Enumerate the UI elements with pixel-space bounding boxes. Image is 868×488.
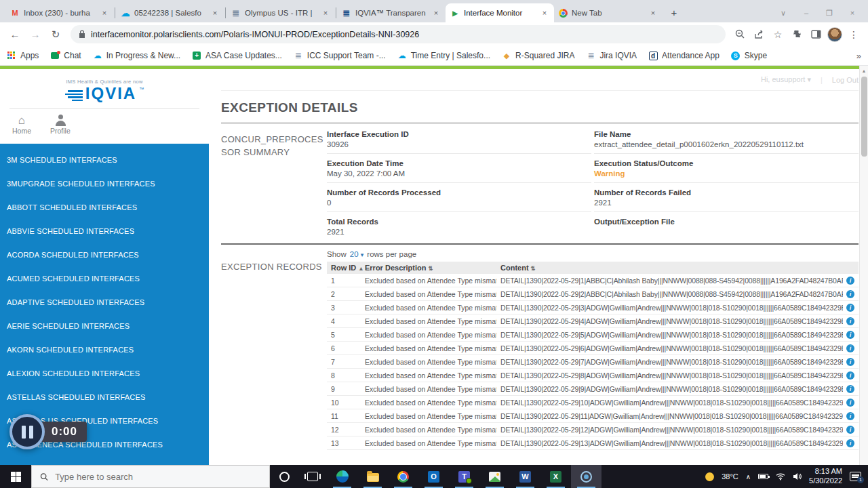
new-tab-button[interactable]: + [665,3,683,21]
reload-button[interactable]: ↻ [46,25,65,44]
volume-icon[interactable] [793,472,802,481]
bookmark-time-entry[interactable]: ☁Time Entry | Salesfo... [397,51,490,60]
info-icon[interactable]: i [846,399,854,407]
sidebar-home-button[interactable]: ⌂ Home [12,115,31,135]
close-tab-icon[interactable]: × [431,9,441,17]
taskbar-word[interactable]: W [510,465,540,488]
taskbar-file-explorer[interactable] [357,465,388,488]
column-header-row-id[interactable]: Row ID ▲ [327,262,361,274]
logout-link[interactable]: Log Out [832,76,859,84]
info-icon[interactable]: i [846,358,854,366]
close-tab-icon[interactable]: × [100,9,109,17]
start-button[interactable] [0,465,31,488]
taskbar-search-input[interactable] [55,472,261,482]
bookmark-jira-iqvia[interactable]: ≣Jira IQVIA [586,51,637,60]
user-greeting-dropdown[interactable]: Hi, eusupport ▾ [761,75,811,84]
notification-center-icon[interactable]: 1 [850,472,861,481]
browser-menu-icon[interactable]: ⋮ [845,26,863,43]
sidebar-item[interactable]: ACORDA SCHEDULED INTERFACES [0,243,209,266]
tab-new-tab[interactable]: New Tab × [554,3,663,22]
share-icon[interactable] [750,26,768,43]
cortana-button[interactable] [270,465,298,488]
column-header-content[interactable]: Content ⇅ [496,262,859,274]
scrollbar-thumb[interactable] [861,77,867,157]
close-tab-icon[interactable]: × [321,9,330,17]
tab-search-chevron-icon[interactable]: ∨ [772,3,795,22]
zoom-out-icon[interactable] [731,26,749,43]
close-tab-icon[interactable]: × [210,9,220,17]
profile-avatar[interactable] [826,26,844,43]
bookmark-in-progress[interactable]: ☁In Progress & New... [93,51,180,60]
info-icon[interactable]: i [846,412,854,420]
column-header-error[interactable]: Error Description ⇅ [361,262,496,274]
info-icon[interactable]: i [846,317,854,325]
tab-salesforce[interactable]: ☁ 05242238 | Salesfo × [116,3,224,22]
bookmark-chat[interactable]: Chat [50,51,81,60]
sidebar-item[interactable]: 3M SCHEDULED INTERFACES [0,148,209,171]
side-panel-icon[interactable] [807,26,825,43]
back-button[interactable]: ← [5,25,24,44]
weather-sun-icon[interactable] [705,472,714,481]
tray-chevron-up-icon[interactable]: ∧ [746,473,751,481]
sidebar-item[interactable]: ADAPTIVE SCHEDULED INTERFACES [0,290,209,314]
sidebar-item[interactable]: ACUMED SCHEDULED INTERFACES [0,266,209,290]
sidebar-item[interactable]: ABBOTT SCHEDULED INTERFACES [0,195,209,219]
forward-button[interactable]: → [26,25,45,44]
taskbar-clock[interactable]: 8:13 AM 5/30/2022 [809,467,842,486]
taskbar-teams[interactable]: T [449,465,479,488]
address-bar[interactable] [71,25,726,43]
info-icon[interactable]: i [846,277,854,285]
taskbar-recorder[interactable] [571,465,601,488]
info-icon[interactable]: i [846,439,854,447]
tab-gmail[interactable]: M Inbox (230) - burha × [5,3,114,22]
sidebar-profile-button[interactable]: Profile [50,115,71,135]
info-icon[interactable]: i [846,304,854,312]
page-scrollbar[interactable]: ▲ [859,66,868,465]
sidebar-item[interactable]: ALEXION SCHEDULED INTERFACES [0,361,209,385]
bookmark-apps[interactable]: Apps [7,51,39,60]
taskbar-outlook[interactable]: O [418,465,449,488]
sidebar-item[interactable]: AERIE SCHEDULED INTERFACES [0,314,209,338]
info-icon[interactable]: i [846,331,854,339]
taskbar-edge[interactable] [327,465,357,488]
bookmark-star-icon[interactable]: ☆ [769,26,787,43]
close-tab-icon[interactable]: × [648,9,658,17]
scrollbar-up-arrow[interactable]: ▲ [860,66,868,73]
recorder-pause-button[interactable] [9,414,45,449]
taskbar-search[interactable] [31,465,270,488]
bookmarks-overflow-icon[interactable]: » [856,51,861,61]
bookmark-rsquared-jira[interactable]: ◆R-Squared JIRA [502,51,574,60]
tab-interface-monitor-active[interactable]: ▶ Interface Monitor × [446,3,554,22]
info-icon[interactable]: i [846,426,854,434]
bookmark-asa-case[interactable]: +ASA Case Updates... [192,51,282,60]
extensions-puzzle-icon[interactable] [788,26,806,43]
sidebar-item[interactable]: ASTELLAS SCHEDULED INTERFACES [0,385,209,409]
url-input[interactable] [91,30,717,39]
tab-olympus[interactable]: ≣ Olympus US - ITR | × [226,3,335,22]
chat-icon [50,51,60,60]
info-icon[interactable]: i [846,385,854,393]
taskbar-chrome[interactable] [388,465,418,488]
bookmark-icc-support[interactable]: ≣ICC Support Team -... [294,51,386,60]
task-view-button[interactable] [298,465,327,488]
tab-iqvia-transparency[interactable]: ≣ IQVIA™ Transparen × [337,3,446,22]
sidebar-item[interactable]: AKORN SCHEDULED INTERFACES [0,338,209,361]
close-window-button[interactable]: × [841,3,864,22]
maximize-button[interactable]: ❐ [818,3,841,22]
temperature-label[interactable]: 38°C [722,472,738,481]
info-icon[interactable]: i [846,371,854,380]
info-icon[interactable]: i [846,290,854,298]
battery-icon[interactable] [758,474,768,479]
sidebar-item[interactable]: 3MUPGRADE SCHEDULED INTERFACES [0,171,209,195]
minimize-button[interactable]: – [795,3,818,22]
taskbar-excel[interactable]: X [540,465,571,488]
page-size-dropdown[interactable]: 20 ▾ [350,250,364,258]
close-tab-icon[interactable]: × [540,9,549,17]
table-row: 6 Excluded based on Attendee Type mismat… [327,342,859,355]
info-icon[interactable]: i [846,344,854,352]
sidebar-item[interactable]: ABBVIE SCHEDULED INTERFACES [0,219,209,243]
bookmark-attendance-app[interactable]: dAttendance App [648,51,719,60]
bookmark-skype[interactable]: SSkype [731,51,767,60]
wifi-icon[interactable] [776,472,785,481]
taskbar-photo-app[interactable] [479,465,510,488]
